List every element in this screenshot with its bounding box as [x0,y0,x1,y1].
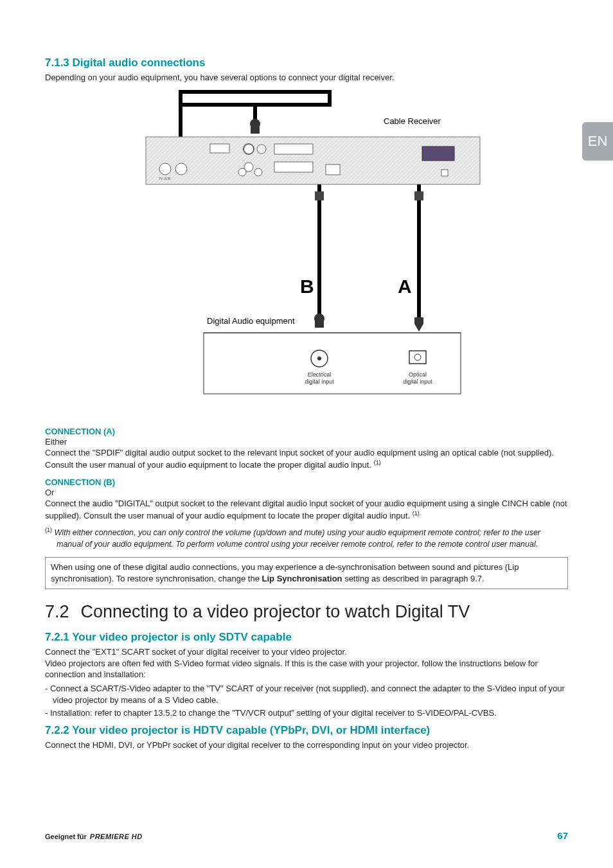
diagram-label-opt-1: Optical [409,371,427,378]
footnote-1: (1) With either connection, you can only… [45,526,568,550]
svg-rect-27 [414,317,423,324]
heading-72-title: Connecting to a video projector to watch… [81,602,470,621]
svg-rect-22 [315,191,324,200]
heading-connection-a: CONNECTION (A) [45,427,568,436]
note-lip-sync: When using one of these digital audio co… [45,557,568,589]
text-connection-b-or: Or [45,487,568,499]
diagram-letter-b: B [300,276,314,297]
footnote-ref-1b: (1) [413,510,420,517]
svg-rect-9 [210,144,229,153]
list-item: Installation: refer to chapter 13.5.2 to… [45,707,568,719]
text-721-p1: Connect the "EXT1" SCART socket of your … [45,646,568,658]
svg-rect-26 [414,191,423,200]
list-item: Connect a SCART/S-Video adapter to the "… [45,683,568,706]
svg-point-10 [244,144,254,154]
text-713-intro: Depending on your audio equipment, you h… [45,72,568,84]
heading-connection-b: CONNECTION (B) [45,477,568,487]
text-722-p1: Connect the HDMI, DVI, or YPbPr socket o… [45,740,568,751]
heading-72-num: 7.2 [45,602,69,622]
svg-rect-16 [274,162,313,172]
footer-left-pre: Geeignet für [45,833,89,840]
diagram-label-elec-2: digital input [305,378,334,385]
svg-point-7 [159,163,171,175]
svg-point-11 [257,145,266,154]
footnote-ref-1a: (1) [374,459,381,466]
heading-713: 7.1.3 Digital audio connections [45,57,568,69]
note-lip-sync-bold: Lip Synchronisation [262,574,342,583]
svg-point-13 [238,168,246,176]
svg-rect-18 [422,146,454,161]
svg-point-14 [254,168,262,176]
diagram-letter-a: A [398,276,412,297]
svg-point-32 [317,357,321,360]
svg-rect-4 [251,127,260,134]
heading-72: 7.2Connecting to a video projector to wa… [45,602,568,622]
text-721-p2: Video projectors are often fed with S-Vi… [45,658,568,680]
note-lip-sync-post: setting as described in paragraph 9.7. [342,574,484,583]
language-tab: EN [582,122,613,161]
text-connection-a-body: Connect the "SPDIF" digital audio output… [45,447,568,470]
text-connection-a-body-pre: Connect the "SPDIF" digital audio output… [45,448,554,470]
svg-rect-15 [274,144,313,154]
svg-marker-28 [414,324,423,332]
heading-721: 7.2.1 Your video projector is only SDTV … [45,631,568,644]
page-number: 67 [557,830,568,841]
text-connection-b-body: Connect the audio "DIGITAL" output socke… [45,498,568,521]
diagram-label-opt-2: digital input [403,378,432,385]
diagram-label-elec-1: Electrical [308,371,332,378]
svg-rect-1 [181,92,330,105]
footnote-1-marker: (1) [45,527,52,533]
svg-rect-17 [326,164,340,175]
heading-722: 7.2.2 Your video projector is HDTV capab… [45,724,568,737]
svg-rect-19 [441,170,448,176]
diagram-label-audio-equipment: Digital Audio equipment [207,316,295,326]
diagram-713: Cable Receiver [45,89,568,419]
footnote-1-text: With either connection, you can only con… [52,529,540,549]
text-connection-b-body-pre: Connect the audio "DIGITAL" output socke… [45,499,567,520]
svg-text:TV   VCR: TV VCR [159,177,171,181]
text-connection-a-either: Either [45,436,568,448]
diagram-label-receiver: Cable Receiver [384,116,441,126]
list-721: Connect a SCART/S-Video adapter to the "… [45,683,568,720]
footer-brand: PREMIERE HD [90,833,143,840]
footer-left: Geeignet für PREMIERE HD [45,833,143,840]
svg-rect-24 [315,321,324,328]
svg-point-8 [175,163,187,175]
